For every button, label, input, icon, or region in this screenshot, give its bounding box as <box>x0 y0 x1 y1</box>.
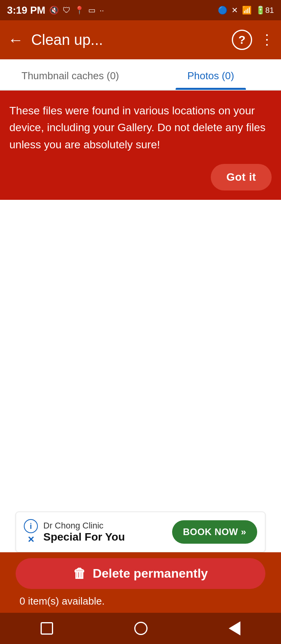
ad-text-area: Dr Chong Clinic Special For You <box>43 521 125 543</box>
ad-clinic-name: Dr Chong Clinic <box>43 521 125 531</box>
warning-banner: These files were found in various locati… <box>0 91 281 200</box>
shield-icon: 🛡 <box>63 6 71 15</box>
ad-banner: i ✕ Dr Chong Clinic Special For You BOOK… <box>16 512 265 552</box>
status-bar: 3:19 PM 🔇 🛡 📍 ▭ ·· 🔵 ✕ 📶 🔋81 <box>0 0 281 20</box>
main-content <box>0 200 281 520</box>
battery-icon: 🔋81 <box>256 5 274 15</box>
nav-home-button[interactable] <box>134 622 148 635</box>
nav-back-button[interactable] <box>229 621 240 635</box>
bottom-bar: 🗑 Delete permanently 0 item(s) available… <box>0 552 281 613</box>
more-options-button[interactable]: ⋮ <box>260 32 273 48</box>
tab-photos[interactable]: Photos (0) <box>140 59 281 90</box>
location-icon: 📍 <box>75 5 84 15</box>
nav-recent-button[interactable] <box>41 622 53 635</box>
page-title: Clean up... <box>31 32 224 48</box>
tabs-bar: Thumbnail caches (0) Photos (0) <box>0 59 281 91</box>
status-time: 3:19 PM <box>7 4 45 16</box>
back-icon <box>229 621 240 635</box>
ad-info: i ✕ Dr Chong Clinic Special For You <box>24 519 125 545</box>
warning-text: These files were found in various locati… <box>9 102 272 153</box>
cast-icon: ▭ <box>88 5 96 15</box>
got-it-button[interactable]: Got it <box>211 164 272 190</box>
nav-bar <box>0 613 281 644</box>
mute-icon: 🔇 <box>49 5 59 15</box>
ad-info-icon: i <box>24 519 38 533</box>
tab-thumbnail-caches[interactable]: Thumbnail caches (0) <box>0 59 140 90</box>
wifi-icon: 📶 <box>242 5 252 15</box>
bluetooth-icon: 🔵 <box>218 5 228 15</box>
home-icon <box>134 622 148 635</box>
back-button[interactable]: ← <box>8 31 23 49</box>
book-now-button[interactable]: BOOK NOW » <box>172 520 257 544</box>
items-count-label: 0 item(s) available. <box>12 595 269 607</box>
sim-icon: ✕ <box>231 5 238 15</box>
ad-icon-area: i ✕ <box>24 519 38 545</box>
ad-tagline: Special For You <box>43 531 125 543</box>
more-dots-icon: ·· <box>100 6 104 15</box>
trash-icon: 🗑 <box>73 566 86 581</box>
ad-close-icon[interactable]: ✕ <box>27 535 34 545</box>
help-button[interactable]: ? <box>232 30 252 50</box>
app-bar: ← Clean up... ? ⋮ <box>0 20 281 59</box>
delete-permanently-button[interactable]: 🗑 Delete permanently <box>16 558 265 589</box>
recent-apps-icon <box>41 622 53 635</box>
